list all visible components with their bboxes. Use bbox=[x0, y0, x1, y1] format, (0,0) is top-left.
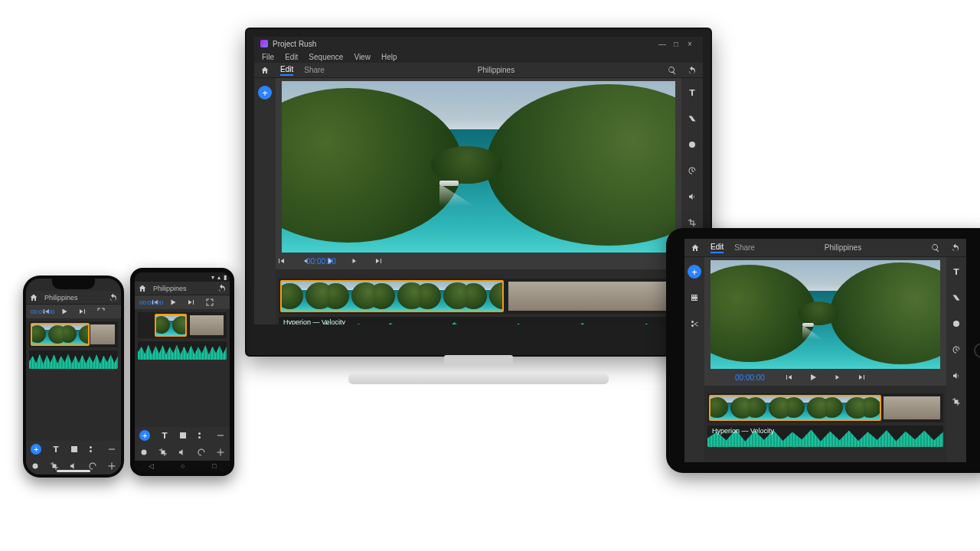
fullscreen-icon[interactable] bbox=[96, 306, 106, 317]
title-icon[interactable] bbox=[949, 265, 963, 279]
audio-icon[interactable] bbox=[178, 448, 187, 457]
skip-forward-icon[interactable] bbox=[374, 256, 384, 266]
video-clip[interactable] bbox=[882, 395, 942, 421]
video-clip[interactable] bbox=[507, 280, 677, 312]
speed-icon[interactable] bbox=[949, 343, 963, 357]
color-icon[interactable] bbox=[949, 317, 963, 331]
color-icon[interactable] bbox=[685, 138, 699, 152]
film-icon[interactable] bbox=[688, 291, 701, 305]
add-media-button[interactable]: + bbox=[31, 444, 41, 455]
skip-back-icon[interactable] bbox=[276, 256, 286, 266]
play-icon[interactable] bbox=[59, 306, 70, 317]
timeline[interactable]: Hyperion — Velocity bbox=[704, 389, 946, 462]
android-home-icon[interactable]: ○ bbox=[181, 462, 185, 470]
video-track[interactable] bbox=[29, 321, 118, 347]
undo-icon[interactable] bbox=[688, 66, 697, 75]
video-track[interactable] bbox=[138, 312, 227, 338]
video-clip[interactable] bbox=[89, 323, 116, 346]
skip-forward-icon[interactable] bbox=[857, 372, 867, 383]
audio-clip-label: Hyperion — Velocity bbox=[283, 318, 345, 324]
search-icon[interactable] bbox=[668, 66, 677, 75]
speed-icon[interactable] bbox=[685, 164, 699, 178]
tab-share[interactable]: Share bbox=[734, 243, 755, 252]
film-icon[interactable] bbox=[178, 431, 188, 440]
audio-track[interactable]: Hyperion — Velocity bbox=[707, 425, 943, 447]
audio-icon[interactable] bbox=[685, 190, 699, 204]
android-recents-icon[interactable]: □ bbox=[212, 462, 216, 470]
film-icon[interactable] bbox=[70, 445, 79, 454]
video-clip-selected[interactable] bbox=[155, 314, 187, 337]
transform-icon[interactable] bbox=[216, 448, 225, 457]
menu-bar: File Edit Sequence View Help bbox=[254, 51, 703, 63]
audio-track[interactable]: Hyperion — Velocity bbox=[279, 317, 678, 324]
add-media-button[interactable]: + bbox=[688, 265, 701, 279]
expand-icon[interactable] bbox=[107, 445, 116, 454]
tab-edit[interactable]: Edit bbox=[280, 65, 293, 76]
crop-icon[interactable] bbox=[949, 395, 963, 409]
video-track[interactable] bbox=[279, 279, 678, 314]
video-preview[interactable] bbox=[710, 260, 940, 369]
color-icon[interactable] bbox=[31, 461, 40, 471]
window-minimize-button[interactable]: — bbox=[655, 40, 669, 48]
menu-sequence[interactable]: Sequence bbox=[309, 53, 343, 61]
expand-icon[interactable] bbox=[216, 431, 225, 440]
add-media-button[interactable]: + bbox=[139, 430, 150, 441]
undo-icon[interactable] bbox=[109, 293, 118, 302]
undo-icon[interactable] bbox=[217, 284, 227, 293]
tab-share[interactable]: Share bbox=[304, 66, 325, 74]
video-clip-selected[interactable] bbox=[709, 395, 881, 421]
window-maximize-button[interactable]: □ bbox=[669, 40, 683, 48]
audio-track[interactable] bbox=[138, 341, 227, 360]
transitions-icon[interactable] bbox=[949, 291, 963, 305]
split-icon[interactable] bbox=[88, 445, 97, 454]
skip-forward-icon[interactable] bbox=[77, 306, 88, 317]
add-media-button[interactable]: + bbox=[258, 86, 272, 99]
play-icon[interactable] bbox=[168, 297, 178, 308]
left-rail: + bbox=[254, 78, 276, 324]
title-icon[interactable] bbox=[160, 431, 169, 440]
program-monitor: 00:00:00 bbox=[135, 295, 230, 309]
menu-edit[interactable]: Edit bbox=[285, 53, 298, 61]
fullscreen-icon[interactable] bbox=[204, 297, 215, 308]
skip-forward-icon[interactable] bbox=[186, 297, 197, 308]
svg-point-2 bbox=[142, 450, 147, 455]
menu-file[interactable]: File bbox=[262, 53, 274, 61]
crop-icon[interactable] bbox=[158, 448, 168, 457]
home-icon[interactable] bbox=[138, 284, 147, 293]
android-back-icon[interactable]: ◁ bbox=[149, 462, 154, 470]
video-track[interactable] bbox=[707, 393, 943, 422]
app-desktop: Project Rush — □ × File Edit Sequence Vi… bbox=[254, 37, 703, 324]
split-icon[interactable] bbox=[688, 317, 701, 331]
search-icon[interactable] bbox=[931, 243, 940, 253]
video-clip-selected[interactable] bbox=[31, 323, 90, 346]
step-forward-icon[interactable] bbox=[832, 372, 843, 383]
title-icon[interactable] bbox=[51, 445, 60, 454]
tablet-home-button[interactable] bbox=[974, 343, 980, 358]
color-icon[interactable] bbox=[139, 448, 149, 457]
speed-icon[interactable] bbox=[197, 448, 206, 457]
home-icon[interactable] bbox=[29, 293, 38, 302]
play-icon[interactable] bbox=[808, 372, 818, 383]
menu-help[interactable]: Help bbox=[381, 53, 397, 61]
video-clip[interactable] bbox=[188, 314, 225, 337]
iphone-home-indicator[interactable] bbox=[57, 470, 90, 472]
tab-edit[interactable]: Edit bbox=[710, 243, 724, 253]
home-icon[interactable] bbox=[691, 243, 700, 253]
skip-back-icon[interactable] bbox=[783, 372, 794, 383]
window-close-button[interactable]: × bbox=[683, 40, 697, 48]
audio-icon[interactable] bbox=[949, 369, 963, 383]
split-icon[interactable] bbox=[197, 431, 206, 440]
transitions-icon[interactable] bbox=[685, 112, 699, 126]
video-preview[interactable] bbox=[282, 81, 675, 253]
transform-icon[interactable] bbox=[107, 461, 116, 471]
audio-track[interactable] bbox=[29, 350, 118, 369]
step-forward-icon[interactable] bbox=[349, 256, 360, 266]
timeline[interactable]: Hyperion — Velocity bbox=[276, 274, 681, 324]
title-icon[interactable] bbox=[685, 86, 699, 99]
menu-view[interactable]: View bbox=[354, 53, 371, 61]
video-clip-selected[interactable] bbox=[280, 280, 504, 312]
desktop-monitor: Project Rush — □ × File Edit Sequence Vi… bbox=[245, 28, 712, 357]
home-icon[interactable] bbox=[260, 66, 270, 75]
undo-icon[interactable] bbox=[951, 243, 960, 253]
project-name: Philippines bbox=[44, 294, 103, 302]
